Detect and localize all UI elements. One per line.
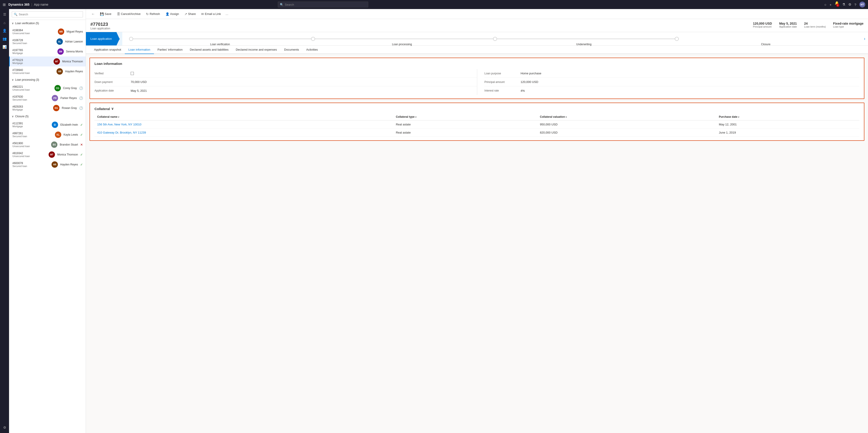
back-button[interactable]: ← (90, 10, 97, 18)
list-item-name: Hayden Reyes (65, 70, 83, 73)
tab-declared-income-and-expenses[interactable]: Declared income and expenses (232, 45, 281, 54)
list-item-avatar: AL (57, 38, 63, 45)
share-icon: ↗ (184, 12, 187, 16)
collateral-name-link[interactable]: 156 5th Ave, New York, NY 10010 (97, 123, 141, 126)
loan-info-right-col: Loan purposeHome purchasePrincipal amoun… (477, 69, 860, 95)
tab-activities[interactable]: Activities (303, 45, 321, 54)
collateral-row: 156 5th Ave, New York, NY 10010 Real ast… (94, 120, 860, 129)
assign-button[interactable]: 👤 Assign (163, 11, 181, 17)
global-search-input[interactable] (285, 3, 366, 6)
step-circle[interactable] (493, 37, 497, 41)
group-header[interactable]: ∨Closure (5) (9, 113, 86, 120)
active-stage-button[interactable]: Loan application (86, 32, 116, 45)
list-search-input[interactable] (19, 13, 81, 16)
collateral-column-header[interactable]: Collateral name∨ (94, 114, 393, 120)
tab-parties--information[interactable]: Parties' information (154, 45, 186, 54)
circle-icon[interactable]: ○ (825, 3, 827, 6)
list-item-name: Kayla Lewis (64, 133, 78, 136)
list-item[interactable]: #728940 Unsecured loan HR Hayden Reyes (9, 66, 86, 76)
step-circle[interactable] (311, 37, 315, 41)
grid-icon[interactable]: ⊞ (3, 2, 6, 7)
tab-loan-information[interactable]: Loan information (125, 45, 154, 54)
collateral-date-cell: May 12, 2001 (716, 120, 860, 129)
list-item-id: #600078 (12, 162, 49, 165)
status-green-icon: ✓ (80, 123, 83, 127)
verified-checkbox[interactable] (131, 72, 134, 75)
collateral-column-header[interactable]: Purchase date∨ (716, 114, 860, 120)
notification-badge: 1 (836, 4, 839, 7)
group-header[interactable]: ∨Loan verification (5) (9, 20, 86, 27)
tab-documents[interactable]: Documents (281, 45, 303, 54)
email-link-button[interactable]: ✉ Email a Link (199, 11, 223, 17)
list-item[interactable]: #600078 Secured loan HR Hayden Reyes ✓ (9, 159, 86, 169)
dynamics-brand: Dynamics 365 (8, 3, 29, 6)
list-item-type: Secured loan (12, 165, 49, 167)
process-next-button[interactable]: › (861, 32, 868, 45)
list-item-avatar: MT (49, 151, 55, 158)
list-item[interactable]: #829263 Mortgage RG Rowan Gray 🕐 (9, 103, 86, 113)
list-item[interactable]: #197765 Mortgage SM Serena Morris (9, 47, 86, 57)
list-item-id: #770123 (12, 59, 51, 62)
collateral-title: Collateral (94, 107, 110, 111)
share-button[interactable]: ↗ Share (182, 11, 198, 17)
list-item-info: #982221 Unsecured loan (12, 85, 52, 91)
list-item-type: Mortgage (12, 62, 51, 64)
loan-info-left-col: VerifiedDown payment70,000 USDApplicatio… (94, 69, 477, 95)
list-item-info: #829263 Mortgage (12, 105, 51, 111)
list-item-info: #997261 Secured loan (12, 132, 53, 137)
save-button[interactable]: 💾 Save (98, 11, 114, 17)
list-item[interactable]: #197630 Secured loan PR Parker Reyes 🕐 (9, 93, 86, 103)
settings-icon[interactable]: ⚙ (848, 2, 851, 6)
form-row: Application dateMay 5, 2021 (94, 86, 477, 95)
list-item[interactable]: #819342 Unsecured loan MT Monica Thomson… (9, 150, 86, 159)
save-icon: 💾 (100, 12, 104, 16)
step-circle[interactable] (675, 37, 679, 41)
collateral-column-header[interactable]: Collateral type∨ (393, 114, 537, 120)
filter-icon[interactable]: ⚗ (842, 2, 845, 6)
process-step-wrapper: Loan verification (129, 37, 311, 41)
list-item-avatar: SM (57, 49, 64, 55)
list-item[interactable]: #561900 Unsecured loan BS Brandon Stuart… (9, 140, 86, 150)
collateral-name-cell: 410 Gateway Dr, Brooklyn, NY 11239 (94, 129, 393, 137)
list-item[interactable]: #982221 Unsecured loan CG Corey Gray 🕐 (9, 83, 86, 93)
refresh-button[interactable]: ↻ Refresh (144, 11, 162, 17)
plus-icon[interactable]: + (830, 3, 832, 6)
cancel-archive-button[interactable]: 🗄 Cancel/Archive (115, 11, 143, 17)
list-item-info: #819342 Unsecured loan (12, 152, 46, 157)
chevron-down-icon: ∨ (12, 115, 14, 118)
sort-icon: ∨ (118, 116, 119, 118)
tab-application-snapshot[interactable]: Application snapshot (90, 45, 125, 54)
user-avatar[interactable]: MT (860, 2, 865, 7)
collateral-table-body: 156 5th Ave, New York, NY 10010 Real ast… (94, 120, 860, 137)
sort-icon: ∨ (738, 116, 739, 118)
list-item-name: Corey Gray (63, 87, 77, 90)
list-item[interactable]: #198364 Unsecured loan MR Miguel Reyes (9, 27, 86, 37)
collateral-name-link[interactable]: 410 Gateway Dr, Brooklyn, NY 11239 (97, 131, 146, 134)
help-icon[interactable]: ? (855, 3, 856, 6)
step-circle[interactable] (129, 37, 133, 41)
process-step-wrapper: Underwriting (493, 37, 675, 41)
person-sidebar-icon[interactable]: 👤 (1, 27, 8, 34)
list-item-info: #198364 Unsecured loan (12, 29, 56, 35)
teams-sidebar-icon[interactable]: 👥 (1, 35, 8, 42)
home-sidebar-icon[interactable]: ⌂ (1, 19, 8, 26)
tab-declared-assets-and-liabilities[interactable]: Declared assets and liabilities (186, 45, 232, 54)
list-item[interactable]: #106728 Secured loan AL Adrian Lawson (9, 37, 86, 47)
collateral-header[interactable]: Collateral ∨ (94, 107, 860, 111)
notification-icon[interactable]: 🔔 1 (835, 1, 839, 8)
menu-icon[interactable]: ☰ (1, 11, 8, 18)
list-item[interactable]: #770123 Mortgage MT Monica Thomson (9, 57, 86, 66)
more-button[interactable]: … (224, 11, 230, 17)
collateral-column-header[interactable]: Collateral valuation∨ (537, 114, 716, 120)
chart-sidebar-icon[interactable]: 📊 (1, 43, 8, 51)
list-item-type: Secured loan (12, 42, 54, 44)
group-header[interactable]: ∨Loan processing (3) (9, 76, 86, 83)
list-item-type: Mortgage (12, 125, 50, 128)
global-search-bar[interactable]: 🔍 (278, 2, 368, 7)
settings-sidebar-icon[interactable]: ⚙ (1, 424, 8, 431)
list-search-box[interactable]: 🔍 (12, 11, 83, 18)
list-item[interactable]: #112391 Mortgage EI Elizabeth Irwin ✓ (9, 120, 86, 130)
meta-label: Loan term (months) (804, 25, 826, 28)
status-green-icon: ✓ (80, 153, 83, 156)
list-item[interactable]: #997261 Secured loan KL Kayla Lewis ✓ (9, 130, 86, 140)
